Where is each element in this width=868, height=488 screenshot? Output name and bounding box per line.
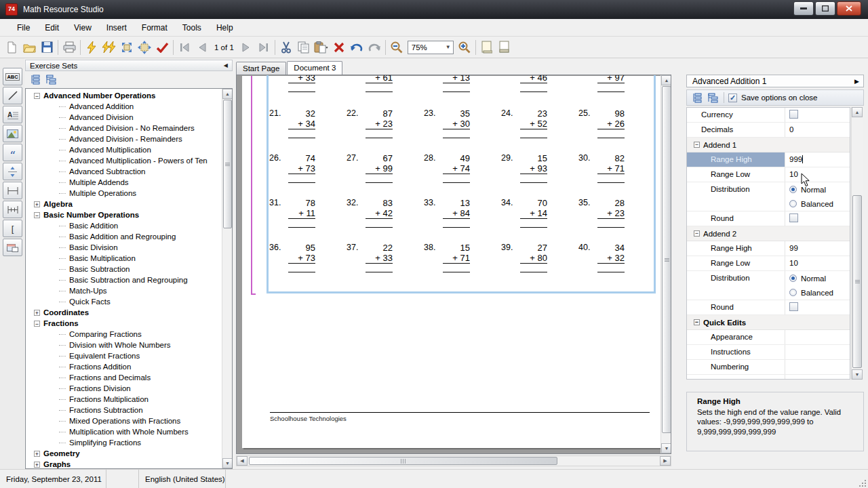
property-label[interactable]: Appearance	[687, 330, 785, 344]
worksheet-problem[interactable]: 32. 83 + 42	[345, 198, 422, 230]
tree-item[interactable]: Advanced Division	[26, 112, 222, 123]
check-answers-button[interactable]	[153, 39, 171, 56]
tree-item[interactable]: Coordinates	[26, 307, 222, 318]
worksheet-problem[interactable]: 31. 78 + 11	[268, 198, 345, 230]
tree-item[interactable]: Fractions	[26, 318, 222, 329]
tree-expand-icon[interactable]	[59, 237, 66, 237]
tree-item[interactable]: Advanced Subtraction	[26, 166, 222, 177]
last-page-button[interactable]	[255, 39, 273, 56]
scroll-down-icon[interactable]: ▼	[222, 458, 233, 468]
tree-item[interactable]: Fractions Multiplication	[26, 394, 222, 405]
property-row-decimals[interactable]: Decimals 0	[687, 123, 850, 138]
section-addend-2[interactable]: − Addend 2	[687, 226, 850, 241]
worksheet-problem[interactable]: + 46	[500, 75, 577, 93]
tree-expand-icon[interactable]	[34, 212, 40, 218]
tree-item[interactable]: Fractions Subtraction	[26, 405, 222, 415]
fit-all-exercises-button[interactable]	[136, 39, 153, 56]
property-label[interactable]: Decimals	[687, 123, 785, 137]
tree-item[interactable]: Match-Ups	[26, 285, 222, 296]
tree-item[interactable]: Advanced Division - No Remainders	[26, 123, 222, 134]
tree-item[interactable]: Basic Addition and Regrouping	[26, 231, 222, 242]
tree-expand-icon[interactable]	[59, 291, 66, 291]
tree-item[interactable]: Graphs	[26, 459, 222, 469]
menu-item[interactable]: Help	[209, 20, 241, 35]
quick-edit-row[interactable]: Instructions	[687, 345, 850, 360]
vertical-space-tool-button[interactable]	[3, 163, 22, 180]
tree-expand-icon[interactable]	[59, 226, 66, 226]
collapse-section-icon[interactable]: −	[694, 142, 700, 148]
worksheet-problem[interactable]: + 97	[577, 75, 654, 93]
scroll-up-icon[interactable]: ▲	[852, 107, 863, 117]
document-vscroll-thumb[interactable]	[662, 86, 671, 433]
document-tab[interactable]: Start Page	[236, 62, 286, 75]
collapse-section-icon[interactable]: −	[694, 230, 700, 237]
round-checkbox[interactable]	[789, 214, 798, 222]
tree-scrollbar[interactable]: ▲ ▼	[222, 89, 233, 468]
tree-expand-icon[interactable]	[59, 193, 66, 194]
property-value[interactable]: 10	[785, 167, 850, 182]
worksheet-problem[interactable]: 24. 23 + 52	[500, 108, 577, 141]
scroll-left-icon[interactable]: ◀	[237, 456, 248, 466]
zoom-in-button[interactable]	[456, 39, 473, 56]
tree-expand-icon[interactable]	[59, 150, 66, 150]
balanced-radio[interactable]	[789, 200, 797, 207]
undo-button[interactable]	[348, 39, 366, 56]
document-vertical-scrollbar[interactable]: ▲ ▼	[660, 75, 671, 453]
open-button[interactable]	[20, 39, 38, 56]
worksheet-problem[interactable]: 21. 32 + 34	[268, 108, 345, 141]
expand-options-button[interactable]	[707, 93, 719, 103]
collapse-panel-arrow-icon[interactable]: ◀	[224, 62, 228, 68]
cut-button[interactable]	[277, 39, 295, 56]
close-button[interactable]	[837, 1, 861, 16]
property-label[interactable]: Range High	[687, 241, 785, 256]
tree-expand-icon[interactable]	[59, 280, 66, 281]
tree-expand-icon[interactable]	[59, 399, 66, 400]
generate-all-numbers-button[interactable]	[100, 39, 118, 56]
page-setup-button[interactable]	[478, 39, 496, 56]
tree-item[interactable]: Equivalent Fractions	[26, 350, 222, 361]
menu-item[interactable]: File	[9, 20, 37, 35]
print-preview-button[interactable]	[496, 39, 513, 56]
range-high-input[interactable]: 999	[785, 152, 850, 167]
expand-panel-arrow-icon[interactable]: ▶	[854, 78, 859, 85]
property-label[interactable]: Range Low	[687, 167, 785, 182]
tree-expand-icon[interactable]	[59, 388, 66, 389]
tree-expand-icon[interactable]	[34, 201, 40, 207]
tree-item[interactable]: Algebra	[26, 199, 222, 209]
maximize-button[interactable]	[815, 1, 835, 16]
property-row-range-low[interactable]: Range Low 10	[687, 167, 850, 182]
options-scrollbar-thumb[interactable]	[852, 195, 862, 368]
worksheet-problem[interactable]: 35. 28 + 23	[577, 198, 654, 230]
image-tool-button[interactable]	[3, 125, 22, 142]
property-label[interactable]: Distribution	[687, 271, 785, 300]
expand-tree-button[interactable]	[45, 75, 58, 85]
collapse-section-icon[interactable]: −	[694, 319, 700, 325]
property-row-distribution[interactable]: Distribution Normal Balanced	[687, 182, 850, 211]
tree-expand-icon[interactable]	[59, 171, 66, 172]
worksheet-problem[interactable]: 30. 82 + 71	[577, 153, 654, 186]
redo-button[interactable]	[366, 39, 383, 56]
worksheet-problem[interactable]: 25. 98 + 26	[577, 108, 654, 141]
paste-button[interactable]	[313, 39, 330, 56]
worksheet-problem[interactable]: 40. 34 + 32	[577, 243, 654, 275]
quick-edit-row[interactable]: Numbering	[687, 360, 850, 375]
property-row-currency[interactable]: Currency	[687, 108, 850, 123]
next-page-button[interactable]	[237, 39, 255, 56]
generate-new-numbers-button[interactable]	[83, 39, 100, 56]
tree-item[interactable]: Comparing Fractions	[26, 329, 222, 340]
tree-expand-icon[interactable]	[59, 443, 66, 443]
tree-item[interactable]: Quick Facts	[26, 296, 222, 307]
number-line-tool-button[interactable]	[3, 201, 22, 218]
zoom-out-button[interactable]	[388, 39, 406, 56]
previous-page-button[interactable]	[193, 39, 211, 56]
worksheet-problem[interactable]: 38. 15 + 71	[422, 243, 500, 275]
tree-item[interactable]: Simplifying Fractions	[26, 437, 222, 448]
menu-item[interactable]: View	[66, 20, 99, 35]
document-horizontal-scrollbar[interactable]: ◀ ▶	[236, 455, 671, 466]
worksheet-problem[interactable]: + 13	[422, 75, 500, 93]
tree-item[interactable]: Basic Division	[26, 242, 222, 253]
section-addend-1[interactable]: − Addend 1	[687, 138, 850, 152]
minimize-button[interactable]	[793, 1, 814, 16]
tree-item[interactable]: Mixed Operations with Fractions	[26, 415, 222, 426]
tree-item[interactable]: Fractions Addition	[26, 361, 222, 372]
